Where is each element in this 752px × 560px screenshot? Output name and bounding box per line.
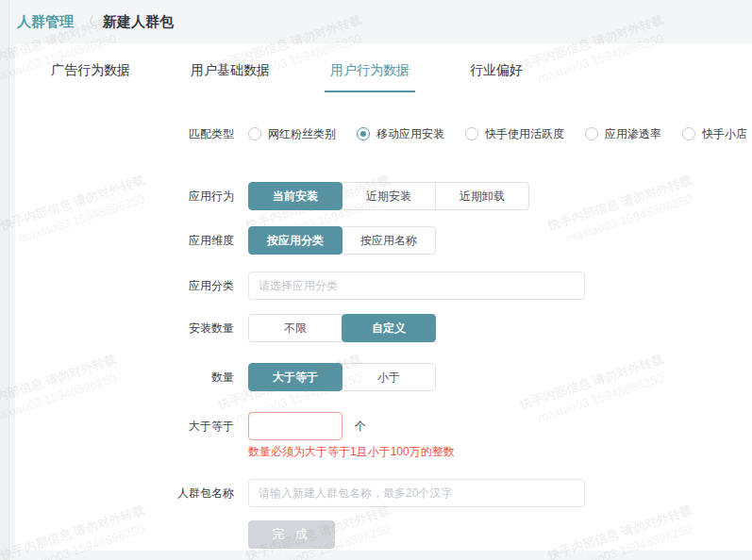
radio-influencer-fan-category[interactable]: 网红粉丝类别	[248, 126, 336, 142]
package-name-label: 人群包名称	[15, 486, 234, 502]
app-category-label: 应用分类	[15, 278, 234, 294]
tab-ad-behavior-data[interactable]: 广告行为数据	[45, 55, 136, 92]
segment-custom[interactable]: 自定义	[342, 314, 436, 342]
radio-kuaishou-activity[interactable]: 快手使用活跃度	[465, 126, 564, 142]
radio-kuaishou-shop[interactable]: 快手小店	[682, 126, 747, 142]
package-name-input[interactable]	[248, 479, 585, 507]
finish-button[interactable]: 完 成	[248, 520, 335, 549]
radio-icon[interactable]	[248, 127, 261, 140]
app-dimension-label: 应用维度	[15, 233, 234, 249]
segment-by-app-category[interactable]: 按应用分类	[248, 226, 343, 255]
quantity-label: 数量	[15, 370, 234, 386]
radio-icon[interactable]	[465, 127, 478, 140]
quantity-row: 数量 大于等于 小于	[15, 363, 752, 391]
install-count-row: 安装数量 不限 自定义	[15, 314, 752, 342]
breadcrumb-root-link[interactable]: 人群管理	[17, 13, 74, 31]
breadcrumb-current: 新建人群包	[103, 13, 174, 31]
segment-recent-uninstall[interactable]: 近期卸载	[435, 182, 529, 210]
tab-user-behavior-data[interactable]: 用户行为数据	[325, 55, 415, 92]
radio-mobile-app-install[interactable]: 移动应用安装	[357, 126, 444, 142]
tab-bar: 广告行为数据 用户基础数据 用户行为数据 行业偏好	[15, 43, 752, 92]
segment-by-app-name[interactable]: 按应用名称	[342, 226, 436, 255]
app-behavior-row: 应用行为 当前安装 近期安装 近期卸载	[15, 182, 752, 210]
app-behavior-label: 应用行为	[15, 189, 234, 205]
gte-label: 大于等于	[15, 419, 234, 435]
gte-error-message: 数量必须为大于等于1且小于100万的整数	[248, 444, 455, 460]
gte-value-row: 大于等于 个	[15, 412, 752, 440]
segment-recent-install[interactable]: 近期安装	[342, 182, 436, 210]
app-category-input[interactable]	[248, 272, 585, 300]
install-count-label: 安装数量	[15, 321, 234, 337]
match-type-row: 匹配类型 网红粉丝类别 移动应用安装 快手使用活跃度 应用渗透率 快手小店	[15, 120, 752, 148]
page-left-gutter	[0, 0, 9, 560]
breadcrumb-separator-icon: 〈	[82, 13, 94, 30]
radio-checked-icon[interactable]	[357, 127, 370, 140]
app-dimension-row: 应用维度 按应用分类 按应用名称	[15, 226, 752, 255]
segment-current-install[interactable]: 当前安装	[248, 182, 343, 210]
radio-app-penetration[interactable]: 应用渗透率	[585, 126, 661, 142]
match-type-label: 匹配类型	[15, 126, 234, 142]
gte-number-input[interactable]	[248, 412, 343, 440]
gte-unit: 个	[355, 419, 366, 435]
radio-icon[interactable]	[585, 127, 598, 140]
submit-row: 完 成	[15, 520, 752, 549]
app-category-row: 应用分类	[15, 272, 752, 300]
radio-icon[interactable]	[682, 127, 695, 140]
segment-less-than[interactable]: 小于	[342, 363, 436, 391]
tab-user-basic-data[interactable]: 用户基础数据	[185, 55, 276, 92]
segment-unlimited[interactable]: 不限	[248, 314, 343, 342]
tab-industry-preference[interactable]: 行业偏好	[464, 55, 528, 92]
breadcrumb: 人群管理 〈 新建人群包	[17, 11, 174, 32]
package-name-row: 人群包名称	[15, 479, 752, 507]
segment-greater-equal[interactable]: 大于等于	[248, 363, 343, 391]
